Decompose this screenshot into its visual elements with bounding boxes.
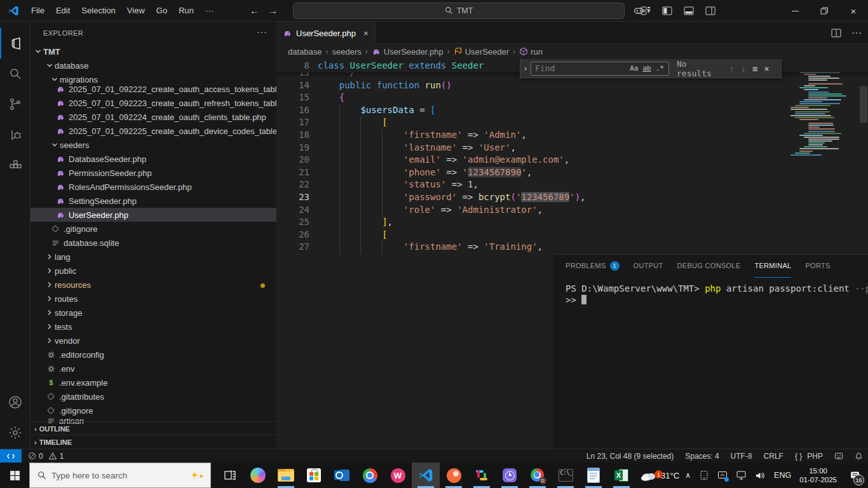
tree-item-settingseeder-php[interactable]: SettingSeeder.php	[31, 194, 276, 208]
volume-icon[interactable]	[755, 471, 766, 480]
terminal-output[interactable]: PS D:\WampServer\www\TMT> php artisan pa…	[566, 283, 868, 306]
toggle-secondary-sidebar-icon[interactable]	[705, 6, 715, 16]
notification-center[interactable]: 16	[845, 463, 864, 488]
tray-expand-chevron[interactable]: ∧	[685, 471, 691, 480]
notifications-bell-icon[interactable]	[855, 452, 863, 461]
activity-explorer-icon[interactable]	[0, 28, 32, 58]
menu-file[interactable]: File	[25, 0, 50, 22]
taskbar-app-notepad[interactable]	[580, 463, 607, 488]
tree-item-tmt[interactable]: TMT	[31, 44, 276, 58]
breadcrumb-run[interactable]: run	[519, 47, 543, 57]
network-icon[interactable]	[736, 470, 747, 480]
encoding[interactable]: UTF-8	[731, 452, 752, 461]
tree-item-database[interactable]: database	[31, 58, 276, 72]
toggle-panel-icon[interactable]	[684, 6, 694, 16]
indentation[interactable]: Spaces: 4	[685, 452, 719, 461]
panel-tab-debug-console[interactable]: DEBUG CONSOLE	[677, 255, 741, 277]
explorer-more-actions[interactable]: ···	[257, 27, 268, 37]
your-phone-icon[interactable]	[699, 470, 709, 480]
code-editor[interactable]: 13 */14 public function run()15 {16 $use…	[276, 59, 868, 254]
find-previous-icon[interactable]: ↑	[729, 64, 734, 74]
start-button[interactable]	[0, 463, 29, 488]
tab-userseeder[interactable]: UserSeeder.php ×	[276, 22, 376, 44]
taskbar-app-terminal-app[interactable]: C:\_	[552, 463, 580, 488]
find-close-icon[interactable]: ×	[764, 64, 769, 74]
find-input[interactable]: Find Aa ab .*	[531, 62, 669, 76]
command-center-search[interactable]: TMT	[293, 3, 625, 19]
taskbar-search-box[interactable]: Type here to search ✦✦	[29, 463, 211, 488]
tray-clock[interactable]: 15:00 01-07-2025	[799, 466, 837, 484]
menu-view[interactable]: View	[121, 0, 151, 22]
activity-search-icon[interactable]	[0, 58, 31, 89]
panel-tab-output[interactable]: OUTPUT	[634, 255, 663, 277]
tree-item-rolesandpermissionsseeder-php[interactable]: RolesAndPermissionsSeeder.php	[31, 180, 276, 194]
taskbar-app-vscode[interactable]	[412, 463, 440, 488]
regex-toggle[interactable]: .*	[656, 64, 664, 72]
outline-section[interactable]: › OUTLINE	[31, 421, 276, 435]
menu-selection[interactable]: Selection	[76, 0, 121, 22]
cursor-position[interactable]: Ln 23, Col 48 (9 selected)	[587, 452, 674, 461]
minimap[interactable]	[788, 59, 859, 254]
cast-icon[interactable]	[717, 470, 728, 480]
taskbar-app-excel[interactable]: X	[607, 463, 635, 488]
tree-item--editorconfig[interactable]: .editorconfig	[31, 348, 276, 362]
eol-sequence[interactable]: CRLF	[764, 452, 783, 461]
feedback-icon[interactable]	[834, 452, 843, 461]
panel-tab-terminal[interactable]: TERMINAL	[754, 255, 791, 278]
tree-item-permissionseeder-php[interactable]: PermissionSeeder.php	[31, 166, 276, 180]
whole-word-toggle[interactable]: ab	[643, 64, 651, 72]
timeline-section[interactable]: › TIMELINE	[31, 435, 276, 449]
tree-item-vendor[interactable]: vendor	[31, 334, 276, 348]
match-case-toggle[interactable]: Aa	[630, 64, 638, 72]
tree-item-seeders[interactable]: seeders	[31, 138, 276, 152]
window-minimize-button[interactable]	[780, 0, 810, 22]
menu-go[interactable]: Go	[151, 0, 173, 22]
activity-extensions-icon[interactable]	[0, 150, 31, 180]
editor-group[interactable]: UserSeeder.php × ··· database›seeders›Us…	[276, 22, 868, 449]
taskbar-app-chrome-profile[interactable]: D	[524, 463, 552, 488]
toggle-sidebar-icon[interactable]	[662, 6, 672, 16]
nav-forward-icon[interactable]: →	[268, 5, 278, 16]
breadcrumb-seeders[interactable]: seeders	[332, 47, 362, 57]
tree-item--gitattributes[interactable]: .gitattributes	[31, 390, 276, 403]
taskbar-app-outlook[interactable]	[328, 463, 356, 488]
tree-item-2025-07-01-092223-create-oauth-refresh-t[interactable]: 2025_07_01_092223_create_oauth_refresh_t…	[31, 96, 276, 110]
activity-source-control-icon[interactable]	[0, 89, 31, 119]
tree-item-routes[interactable]: routes	[31, 292, 276, 306]
activity-accounts-icon[interactable]	[0, 387, 31, 417]
activity-run-debug-icon[interactable]	[0, 119, 31, 150]
tree-item-database-sqlite[interactable]: database.sqlite	[31, 236, 276, 250]
tree-item-2025-07-01-092224-create-oauth-clients-t[interactable]: 2025_07_01_092224_create_oauth_clients_t…	[31, 110, 276, 124]
find-in-selection-icon[interactable]: ≡	[752, 64, 757, 74]
menu-[interactable]: ···	[200, 0, 219, 22]
tree-item-resources[interactable]: resources	[31, 278, 276, 292]
tree-item-2025-07-01-092222-create-oauth-access-to[interactable]: 2025_07_01_092222_create_oauth_access_to…	[31, 86, 276, 96]
nav-back-icon[interactable]: ←	[250, 5, 259, 16]
tree-item--gitignore[interactable]: .gitignore	[31, 222, 276, 236]
tree-item-storage[interactable]: storage	[31, 306, 276, 320]
panel-tab-ports[interactable]: PORTS	[805, 255, 830, 277]
tree-item-2025-07-01-092225-create-oauth-device-co[interactable]: 2025_07_01_092225_create_oauth_device_co…	[31, 124, 276, 138]
tab-close-icon[interactable]: ×	[363, 29, 369, 38]
tree-item-lang[interactable]: lang	[31, 250, 276, 264]
activity-settings-icon[interactable]	[0, 417, 31, 448]
find-collapse-chevron[interactable]: ›	[520, 59, 531, 78]
window-restore-button[interactable]	[810, 0, 839, 22]
taskbar-app-chrome[interactable]	[356, 463, 384, 488]
tree-item--env[interactable]: .env	[31, 362, 276, 376]
split-editor-icon[interactable]	[831, 28, 841, 38]
taskbar-app-store[interactable]	[300, 463, 328, 488]
editor-scrollbar[interactable]	[859, 59, 868, 254]
tree-item-userseeder-php[interactable]: UserSeeder.php	[31, 208, 276, 222]
tree-item-public[interactable]: public	[31, 264, 276, 278]
remote-indicator[interactable]	[0, 449, 22, 463]
taskbar-app-wamp[interactable]: W	[384, 463, 412, 488]
tree-item-databaseseeder-php[interactable]: DatabaseSeeder.php	[31, 152, 276, 166]
window-close-button[interactable]: ×	[839, 0, 868, 22]
menu-run[interactable]: Run	[173, 0, 200, 22]
taskbar-app-slack[interactable]	[468, 463, 496, 488]
tree-item--env-example[interactable]: $.env.example	[31, 376, 276, 390]
problems-status[interactable]: 0 1	[28, 449, 64, 463]
tree-item-tests[interactable]: tests	[31, 320, 276, 334]
breadcrumb-userseeder[interactable]: UserSeeder	[454, 47, 509, 57]
